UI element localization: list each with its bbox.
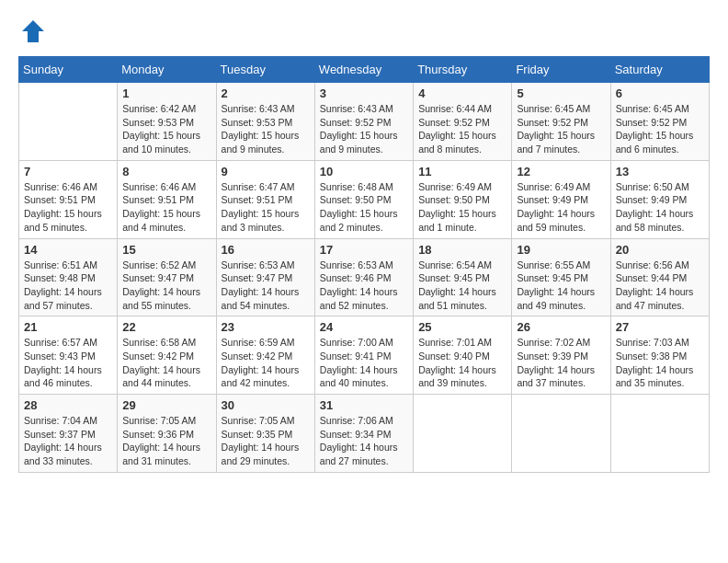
calendar-cell: 21Sunrise: 6:57 AMSunset: 9:43 PMDayligh… xyxy=(19,316,118,395)
calendar-cell: 5Sunrise: 6:45 AMSunset: 9:52 PMDaylight… xyxy=(512,83,610,161)
day-info: Sunrise: 6:50 AMSunset: 9:49 PMDaylight:… xyxy=(616,180,704,235)
calendar-week-row: 14Sunrise: 6:51 AMSunset: 9:48 PMDayligh… xyxy=(19,238,710,316)
day-number: 14 xyxy=(24,243,112,257)
day-info: Sunrise: 7:00 AMSunset: 9:41 PMDaylight:… xyxy=(320,336,408,390)
day-number: 13 xyxy=(616,165,704,178)
calendar-cell: 22Sunrise: 6:58 AMSunset: 9:42 PMDayligh… xyxy=(118,316,216,395)
calendar-week-row: 7Sunrise: 6:46 AMSunset: 9:51 PMDaylight… xyxy=(19,160,710,238)
day-number: 7 xyxy=(24,165,112,178)
day-info: Sunrise: 6:54 AMSunset: 9:45 PMDaylight:… xyxy=(418,259,506,313)
day-info: Sunrise: 6:59 AMSunset: 9:42 PMDaylight:… xyxy=(222,336,310,390)
calendar-cell: 8Sunrise: 6:46 AMSunset: 9:51 PMDaylight… xyxy=(118,160,216,238)
day-header-wednesday: Wednesday xyxy=(314,57,413,83)
day-number: 25 xyxy=(418,320,506,334)
day-number: 24 xyxy=(320,320,408,334)
calendar-cell: 25Sunrise: 7:01 AMSunset: 9:40 PMDayligh… xyxy=(414,316,512,395)
calendar-cell: 7Sunrise: 6:46 AMSunset: 9:51 PMDaylight… xyxy=(19,160,118,238)
logo xyxy=(18,18,48,49)
calendar-cell: 2Sunrise: 6:43 AMSunset: 9:53 PMDaylight… xyxy=(216,83,314,161)
day-number: 26 xyxy=(517,320,605,334)
day-info: Sunrise: 6:57 AMSunset: 9:43 PMDaylight:… xyxy=(24,336,112,390)
day-header-monday: Monday xyxy=(118,57,216,83)
day-info: Sunrise: 7:05 AMSunset: 9:36 PMDaylight:… xyxy=(122,414,210,468)
day-info: Sunrise: 6:46 AMSunset: 9:51 PMDaylight:… xyxy=(24,180,112,235)
day-number: 30 xyxy=(222,398,310,412)
calendar-cell: 15Sunrise: 6:52 AMSunset: 9:47 PMDayligh… xyxy=(118,238,216,316)
day-number: 11 xyxy=(418,165,506,178)
day-info: Sunrise: 6:45 AMSunset: 9:52 PMDaylight:… xyxy=(616,102,704,156)
day-header-friday: Friday xyxy=(512,57,610,83)
day-header-thursday: Thursday xyxy=(414,57,512,83)
day-info: Sunrise: 6:43 AMSunset: 9:52 PMDaylight:… xyxy=(320,102,408,156)
page-header xyxy=(18,18,710,49)
calendar-cell: 1Sunrise: 6:42 AMSunset: 9:53 PMDaylight… xyxy=(118,83,216,161)
calendar-cell: 18Sunrise: 6:54 AMSunset: 9:45 PMDayligh… xyxy=(414,238,512,316)
calendar-cell: 10Sunrise: 6:48 AMSunset: 9:50 PMDayligh… xyxy=(314,160,413,238)
calendar-cell: 30Sunrise: 7:05 AMSunset: 9:35 PMDayligh… xyxy=(216,395,314,473)
day-info: Sunrise: 7:02 AMSunset: 9:39 PMDaylight:… xyxy=(517,336,605,390)
day-number: 8 xyxy=(122,165,210,178)
day-info: Sunrise: 6:53 AMSunset: 9:47 PMDaylight:… xyxy=(222,259,310,313)
day-info: Sunrise: 7:04 AMSunset: 9:37 PMDaylight:… xyxy=(24,414,112,468)
calendar-cell: 27Sunrise: 7:03 AMSunset: 9:38 PMDayligh… xyxy=(610,316,709,395)
calendar-cell: 24Sunrise: 7:00 AMSunset: 9:41 PMDayligh… xyxy=(314,316,413,395)
day-number: 29 xyxy=(122,398,210,412)
calendar-cell: 20Sunrise: 6:56 AMSunset: 9:44 PMDayligh… xyxy=(610,238,709,316)
calendar-cell: 4Sunrise: 6:44 AMSunset: 9:52 PMDaylight… xyxy=(414,83,512,161)
day-number: 28 xyxy=(24,398,112,412)
day-number: 4 xyxy=(418,86,506,100)
day-number: 27 xyxy=(616,320,704,334)
calendar-cell xyxy=(414,395,512,473)
day-info: Sunrise: 7:06 AMSunset: 9:34 PMDaylight:… xyxy=(320,414,408,468)
calendar-cell: 12Sunrise: 6:49 AMSunset: 9:49 PMDayligh… xyxy=(512,160,610,238)
calendar-cell xyxy=(610,395,709,473)
day-info: Sunrise: 6:55 AMSunset: 9:45 PMDaylight:… xyxy=(517,259,605,313)
svg-marker-0 xyxy=(22,20,44,42)
calendar-cell: 11Sunrise: 6:49 AMSunset: 9:50 PMDayligh… xyxy=(414,160,512,238)
day-info: Sunrise: 6:43 AMSunset: 9:53 PMDaylight:… xyxy=(222,102,310,156)
calendar-cell: 9Sunrise: 6:47 AMSunset: 9:51 PMDaylight… xyxy=(216,160,314,238)
day-info: Sunrise: 6:45 AMSunset: 9:52 PMDaylight:… xyxy=(517,102,605,156)
calendar-cell: 29Sunrise: 7:05 AMSunset: 9:36 PMDayligh… xyxy=(118,395,216,473)
calendar-cell: 26Sunrise: 7:02 AMSunset: 9:39 PMDayligh… xyxy=(512,316,610,395)
day-number: 20 xyxy=(616,243,704,257)
day-info: Sunrise: 6:49 AMSunset: 9:49 PMDaylight:… xyxy=(517,180,605,235)
day-number: 22 xyxy=(122,320,210,334)
day-info: Sunrise: 6:58 AMSunset: 9:42 PMDaylight:… xyxy=(122,336,210,390)
calendar-cell: 17Sunrise: 6:53 AMSunset: 9:46 PMDayligh… xyxy=(314,238,413,316)
calendar-cell xyxy=(19,83,118,161)
day-number: 10 xyxy=(320,165,408,178)
day-number: 5 xyxy=(517,86,605,100)
day-number: 9 xyxy=(222,165,310,178)
calendar-cell: 14Sunrise: 6:51 AMSunset: 9:48 PMDayligh… xyxy=(19,238,118,316)
day-number: 3 xyxy=(320,86,408,100)
day-info: Sunrise: 6:56 AMSunset: 9:44 PMDaylight:… xyxy=(616,259,704,313)
day-header-sunday: Sunday xyxy=(19,57,118,83)
day-number: 23 xyxy=(222,320,310,334)
day-number: 16 xyxy=(222,243,310,257)
day-number: 6 xyxy=(616,86,704,100)
day-header-saturday: Saturday xyxy=(610,57,709,83)
calendar-cell: 6Sunrise: 6:45 AMSunset: 9:52 PMDaylight… xyxy=(610,83,709,161)
calendar-cell xyxy=(512,395,610,473)
day-info: Sunrise: 6:46 AMSunset: 9:51 PMDaylight:… xyxy=(122,180,210,235)
day-info: Sunrise: 6:42 AMSunset: 9:53 PMDaylight:… xyxy=(122,102,210,156)
day-number: 31 xyxy=(320,398,408,412)
day-number: 15 xyxy=(122,243,210,257)
day-header-tuesday: Tuesday xyxy=(216,57,314,83)
calendar-cell: 3Sunrise: 6:43 AMSunset: 9:52 PMDaylight… xyxy=(314,83,413,161)
calendar-table: SundayMondayTuesdayWednesdayThursdayFrid… xyxy=(18,56,710,473)
day-number: 21 xyxy=(24,320,112,334)
calendar-cell: 31Sunrise: 7:06 AMSunset: 9:34 PMDayligh… xyxy=(314,395,413,473)
calendar-cell: 28Sunrise: 7:04 AMSunset: 9:37 PMDayligh… xyxy=(19,395,118,473)
day-info: Sunrise: 6:51 AMSunset: 9:48 PMDaylight:… xyxy=(24,259,112,313)
calendar-cell: 16Sunrise: 6:53 AMSunset: 9:47 PMDayligh… xyxy=(216,238,314,316)
day-number: 12 xyxy=(517,165,605,178)
day-info: Sunrise: 6:48 AMSunset: 9:50 PMDaylight:… xyxy=(320,180,408,235)
day-info: Sunrise: 6:47 AMSunset: 9:51 PMDaylight:… xyxy=(222,180,310,235)
day-number: 1 xyxy=(122,86,210,100)
day-number: 18 xyxy=(418,243,506,257)
calendar-cell: 23Sunrise: 6:59 AMSunset: 9:42 PMDayligh… xyxy=(216,316,314,395)
day-info: Sunrise: 6:53 AMSunset: 9:46 PMDaylight:… xyxy=(320,259,408,313)
day-info: Sunrise: 6:52 AMSunset: 9:47 PMDaylight:… xyxy=(122,259,210,313)
